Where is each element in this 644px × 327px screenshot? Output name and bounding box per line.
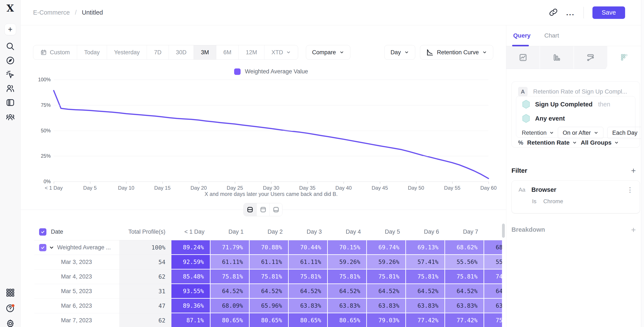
interval-dropdown[interactable]: Each Day — [607, 127, 644, 139]
retention-cell[interactable]: 87.1% — [172, 313, 210, 327]
filter-operator[interactable]: Is — [532, 198, 536, 205]
range-7d[interactable]: 7D — [147, 45, 169, 59]
column-header[interactable]: Day 4 — [328, 224, 367, 240]
add-breakdown-button[interactable]: + — [631, 227, 636, 233]
retention-cell[interactable]: 63.83% — [445, 299, 484, 313]
retention-cell[interactable]: 65.96% — [250, 299, 289, 313]
select-all-checkbox[interactable] — [39, 228, 46, 236]
retention-cell[interactable]: 75.81% — [367, 270, 406, 284]
retention-cell[interactable]: 71.79% — [210, 240, 250, 255]
retention-cell[interactable]: 57.41% — [406, 255, 445, 270]
retention-grid-icon[interactable] — [608, 46, 641, 69]
query-title[interactable]: Retention Rate of Sign Up Compl... — [533, 88, 627, 95]
retention-cell[interactable]: 77.42% — [406, 313, 445, 327]
help-icon[interactable] — [5, 303, 16, 313]
retention-cell[interactable]: 75.81% — [289, 270, 328, 284]
tab-query[interactable]: Query — [513, 32, 530, 39]
retention-cell[interactable]: 75.81% — [406, 270, 445, 284]
metric-dropdown[interactable]: Retention Rate — [527, 139, 577, 146]
range-xtd[interactable]: XTD — [264, 45, 298, 59]
bar-chart-icon[interactable] — [540, 46, 574, 69]
range-6m[interactable]: 6M — [216, 45, 239, 59]
filter-property[interactable]: Browser — [532, 186, 556, 193]
reports-panel-icon[interactable] — [5, 97, 16, 108]
retention-cell[interactable]: 75.81% — [210, 270, 250, 284]
retention-cell[interactable]: 63.83% — [289, 299, 328, 313]
retention-cell[interactable]: 68.09% — [210, 299, 250, 313]
granularity-button[interactable]: Day — [384, 45, 415, 60]
cohorts-group-icon[interactable] — [5, 112, 16, 122]
retention-cell[interactable]: 55.56% — [484, 255, 502, 270]
table-scrollbar[interactable] — [502, 224, 505, 238]
filter-card[interactable]: Aa Browser ⋮ Is Chrome — [512, 180, 640, 213]
compare-button[interactable]: Compare — [306, 45, 350, 60]
retention-cell[interactable]: 80.65% — [210, 313, 250, 327]
groups-dropdown[interactable]: All Groups — [581, 139, 619, 146]
retention-cell[interactable]: 69.13% — [406, 240, 445, 255]
retention-cell[interactable]: 70.15% — [328, 240, 367, 255]
retention-cell[interactable]: 80.65% — [289, 313, 328, 327]
retention-cell[interactable]: 61.11% — [250, 255, 289, 270]
retention-mode-dropdown[interactable]: Retention — [522, 130, 554, 136]
explore-compass-icon[interactable] — [5, 55, 16, 66]
search-icon[interactable] — [5, 41, 16, 51]
retention-cell[interactable]: 89.36% — [172, 299, 210, 313]
retention-cell[interactable]: 61.11% — [289, 255, 328, 270]
split-view-button[interactable] — [244, 203, 256, 216]
range-yesterday[interactable]: Yesterday — [107, 45, 147, 59]
retention-cell[interactable]: 63.83% — [484, 299, 502, 313]
column-header[interactable]: Total Profile(s) — [119, 224, 172, 240]
column-header[interactable]: Day 7 — [445, 224, 484, 240]
range-12m[interactable]: 12M — [238, 45, 264, 59]
retention-cell[interactable]: 61.11% — [210, 255, 250, 270]
users-icon[interactable] — [5, 83, 16, 93]
retention-cell[interactable]: 80.65% — [250, 313, 289, 327]
retention-cell[interactable]: 70.88% — [250, 240, 289, 255]
table-row[interactable]: Mar 6, 20234789.36%68.09%65.96%63.83%63.… — [34, 299, 502, 313]
retention-cell[interactable]: 64.52% — [289, 284, 328, 299]
retention-cell[interactable]: 59.26% — [367, 255, 406, 270]
table-row[interactable]: Mar 7, 20236287.1%80.65%80.65%80.65%80.6… — [34, 313, 502, 327]
range-30d[interactable]: 30D — [169, 45, 194, 59]
row-checkbox[interactable] — [39, 244, 46, 251]
add-filter-button[interactable]: + — [631, 167, 636, 174]
retention-cell[interactable]: 77.42% — [445, 313, 484, 327]
breadcrumb-workspace[interactable]: E-Commerce — [33, 9, 70, 16]
chart-legend[interactable]: Weighted Average Value — [54, 68, 488, 75]
range-3m[interactable]: 3M — [194, 45, 216, 59]
retention-cell[interactable]: 74.19% — [484, 270, 502, 284]
column-header[interactable]: Date — [51, 229, 63, 235]
settings-gear-icon[interactable] — [5, 319, 16, 327]
share-link-icon[interactable] — [549, 8, 558, 17]
column-header[interactable]: Day 5 — [367, 224, 406, 240]
window-scrollbar[interactable] — [641, 0, 644, 327]
retention-cell[interactable]: 68.19% — [484, 240, 502, 255]
apps-grid-icon[interactable] — [5, 288, 16, 298]
query-step-1[interactable]: Sign Up Completed then — [516, 98, 635, 110]
retention-cell[interactable]: 64.52% — [250, 284, 289, 299]
retention-cell[interactable]: 92.59% — [172, 255, 210, 270]
retention-cell[interactable]: 79.03% — [367, 313, 406, 327]
retention-cell[interactable]: 93.55% — [172, 284, 210, 299]
flow-chart-icon[interactable] — [574, 46, 608, 69]
retention-cell[interactable]: 64.52% — [367, 284, 406, 299]
events-click-icon[interactable] — [5, 69, 16, 80]
line-chart-icon[interactable] — [506, 46, 540, 69]
column-header[interactable]: Day 3 — [289, 224, 328, 240]
chart-only-view-button[interactable] — [256, 203, 269, 216]
retention-cell[interactable]: 64.52% — [445, 284, 484, 299]
column-header[interactable]: Day 6 — [406, 224, 445, 240]
table-row[interactable]: Mar 4, 20236285.48%75.81%75.81%75.81%75.… — [34, 270, 502, 284]
retention-cell[interactable]: 68.62% — [445, 240, 484, 255]
column-header[interactable]: Day 8 — [484, 224, 502, 240]
retention-cell[interactable]: 55.56% — [445, 255, 484, 270]
retention-cell[interactable]: 89.24% — [172, 240, 210, 255]
chart-type-button[interactable]: Retention Curve — [420, 45, 493, 60]
retention-cell[interactable]: 63.83% — [406, 299, 445, 313]
timing-dropdown[interactable]: On or After — [558, 127, 604, 139]
filter-kebab-menu-icon[interactable]: ⋮ — [627, 188, 633, 191]
retention-cell[interactable]: 64.52% — [210, 284, 250, 299]
app-logo-icon[interactable]: X — [5, 3, 16, 13]
retention-cell[interactable]: 70.44% — [289, 240, 328, 255]
range-today[interactable]: Today — [77, 45, 107, 59]
